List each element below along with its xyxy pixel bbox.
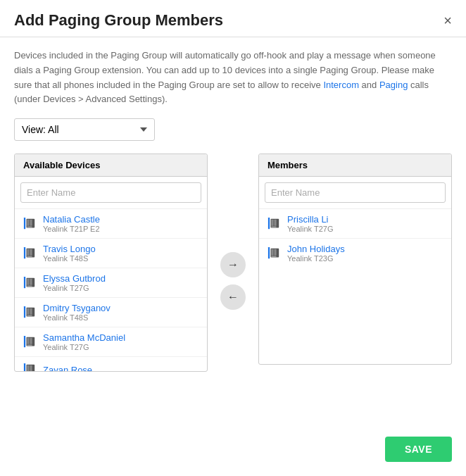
device-icon: [22, 334, 37, 350]
svg-rect-13: [30, 278, 32, 284]
svg-rect-30: [268, 218, 270, 229]
svg-rect-24: [27, 344, 32, 345]
svg-rect-32: [271, 219, 273, 225]
modal-header: Add Paging Group Members ×: [0, 0, 466, 37]
modal-body: Devices included in the Paging Group wil…: [0, 37, 466, 383]
available-search-input[interactable]: [20, 182, 201, 203]
modal-title: Add Paging Group Members: [14, 11, 223, 30]
list-item[interactable]: John Holidays Yealink T23G: [259, 239, 451, 268]
svg-rect-20: [24, 336, 25, 347]
item-name: John Holidays: [287, 244, 345, 254]
members-search-input[interactable]: [265, 182, 446, 203]
svg-rect-23: [30, 337, 32, 344]
svg-rect-10: [24, 277, 25, 288]
list-item[interactable]: Natalia Castle Yealink T21P E2: [15, 209, 207, 239]
device-icon: [22, 246, 37, 261]
item-info: Elyssa Gutbrod Yealink T27G: [43, 273, 106, 292]
item-device: Yealink T23G: [287, 254, 345, 263]
item-device: Yealink T48S: [43, 254, 96, 263]
item-name: Elyssa Gutbrod: [43, 273, 106, 284]
list-item[interactable]: Dmitry Tsyganov Yealink T48S: [15, 298, 207, 327]
svg-rect-34: [271, 226, 276, 227]
item-device: Yealink T48S: [43, 313, 111, 322]
item-name: Zayan Rose: [43, 365, 92, 372]
available-devices-header: Available Devices: [15, 154, 207, 177]
close-button[interactable]: ×: [443, 13, 452, 27]
list-item[interactable]: Travis Longo Yealink T48S: [15, 239, 207, 268]
svg-rect-35: [268, 247, 270, 258]
item-device: Yealink T27G: [43, 343, 125, 351]
item-info: Zayan Rose: [43, 365, 92, 372]
device-icon: [266, 216, 282, 232]
device-icon: [22, 216, 37, 232]
members-search-wrap: [259, 177, 451, 209]
item-name: Samantha McDaniel: [43, 332, 125, 343]
item-info: Travis Longo Yealink T48S: [43, 244, 96, 263]
svg-rect-8: [30, 249, 32, 255]
svg-rect-38: [274, 249, 276, 255]
members-panel: Members Priscilla Li Yealink T27G: [258, 154, 452, 365]
svg-rect-28: [30, 365, 32, 371]
item-info: Natalia Castle Yealink T21P E2: [43, 214, 100, 233]
svg-rect-37: [271, 249, 273, 255]
save-button[interactable]: SAVE: [385, 437, 452, 462]
svg-rect-19: [27, 315, 32, 315]
view-select[interactable]: View: All View: Extension View: Departme…: [14, 118, 155, 141]
paging-link[interactable]: Paging: [379, 80, 408, 90]
svg-rect-18: [30, 308, 32, 314]
transfer-arrows: → ←: [208, 252, 258, 310]
info-text: Devices included in the Paging Group wil…: [14, 49, 452, 107]
list-item[interactable]: Zayan Rose: [15, 357, 207, 371]
item-info: Priscilla Li Yealink T27G: [287, 214, 333, 233]
members-items-list: Priscilla Li Yealink T27G John Holidays …: [259, 209, 451, 364]
svg-rect-4: [27, 226, 32, 227]
svg-rect-39: [271, 256, 276, 256]
modal-footer: SAVE: [385, 437, 452, 462]
available-devices-panel: Available Devices Natalia Castle Yealink…: [14, 154, 208, 372]
list-item[interactable]: Priscilla Li Yealink T27G: [259, 209, 451, 239]
list-item[interactable]: Elyssa Gutbrod Yealink T27G: [15, 268, 207, 298]
view-select-wrap: View: All View: Extension View: Departme…: [14, 118, 452, 141]
svg-rect-25: [24, 363, 25, 371]
item-name: Dmitry Tsyganov: [43, 303, 111, 313]
svg-rect-2: [27, 219, 29, 225]
svg-rect-3: [30, 219, 32, 225]
item-info: Dmitry Tsyganov Yealink T48S: [43, 303, 111, 322]
svg-rect-7: [27, 249, 29, 255]
item-name: Natalia Castle: [43, 214, 100, 225]
svg-rect-17: [27, 308, 29, 314]
item-info: Samantha McDaniel Yealink T27G: [43, 332, 125, 351]
info-text-2: and: [359, 80, 379, 90]
device-icon: [266, 246, 282, 261]
add-to-members-button[interactable]: →: [220, 252, 246, 277]
svg-rect-9: [27, 256, 32, 256]
item-device: Yealink T27G: [287, 225, 333, 233]
item-info: John Holidays Yealink T23G: [287, 244, 345, 263]
available-items-list: Natalia Castle Yealink T21P E2 Travis Lo…: [15, 209, 207, 371]
device-icon: [22, 362, 37, 371]
available-search-wrap: [15, 177, 207, 209]
device-icon: [22, 275, 37, 291]
modal: Add Paging Group Members × Devices inclu…: [0, 0, 466, 476]
svg-rect-33: [274, 219, 276, 225]
device-icon: [22, 305, 37, 320]
svg-rect-27: [27, 365, 29, 371]
intercom-link[interactable]: Intercom: [323, 80, 359, 90]
list-item[interactable]: Samantha McDaniel Yealink T27G: [15, 327, 207, 357]
svg-rect-14: [27, 285, 32, 286]
columns-wrap: Available Devices Natalia Castle Yealink…: [14, 154, 452, 372]
item-device: Yealink T21P E2: [43, 225, 100, 233]
svg-rect-15: [24, 306, 25, 318]
item-name: Travis Longo: [43, 244, 96, 254]
svg-rect-12: [27, 278, 29, 284]
item-device: Yealink T27G: [43, 284, 106, 292]
remove-from-members-button[interactable]: ←: [220, 284, 246, 310]
members-header: Members: [259, 154, 451, 177]
svg-rect-0: [24, 218, 25, 229]
item-name: Priscilla Li: [287, 214, 333, 225]
svg-rect-5: [24, 247, 25, 258]
svg-rect-22: [27, 337, 29, 344]
